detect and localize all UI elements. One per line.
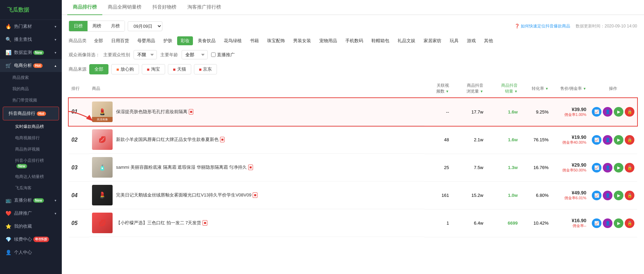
gender-select[interactable]: 不限 男 女 [134,50,157,59]
video-btn[interactable]: ▶ [614,107,623,117]
live-promote-checkbox-label[interactable]: 直播推广 [211,52,235,58]
trend-btn[interactable]: 📈 [592,218,601,228]
product-name[interactable]: 【小柠檬严选】三色口红 拍一发二 7天发货 ■ [116,220,207,226]
sidebar-item-live-analysis[interactable]: 📺 直播分析 New ▾ [0,194,62,207]
sidebar-item-ecommerce-kol[interactable]: 电商达人销量榜 [0,171,62,182]
cat-btn-home[interactable]: 家居家纺 [420,36,445,45]
sidebar-item-personal-center[interactable]: 👤 个人中心 [0,246,62,259]
cat-btn-clothing[interactable]: 男装女装 [290,36,314,45]
category-label: 商品品类 [69,38,87,44]
trend-btn[interactable]: 📈 [592,107,601,117]
col-related-videos[interactable]: 关联视频数 [424,79,452,98]
trend-btn[interactable]: 📈 [592,191,601,200]
product-image[interactable]: 💋 [92,213,113,233]
sidebar-item-data-monitor[interactable]: 📊 数据监测 New ▾ [0,46,62,59]
cell-conversion: 76.15% [520,126,551,154]
source-btn-all[interactable]: 全部 [89,64,108,74]
cat-btn-games[interactable]: 游戏 [463,36,479,45]
video-btn[interactable]: ▶ [614,163,623,172]
tab-all-channel-sales[interactable]: 商品全网销量榜 [102,0,147,15]
sidebar-item-product-review[interactable]: 商品热评视频 [0,144,62,155]
sidebar-item-hot-cargo[interactable]: 热门带货视频 [0,95,62,106]
source-btn-taobao[interactable]: ■ 淘宝 [142,64,165,74]
cat-btn-all[interactable]: 全部 [91,36,106,45]
cat-btn-toys[interactable]: 玩具 [446,36,462,45]
age-select[interactable]: 全部 18-24 25-30 31-40 41+ [182,50,208,59]
col-tiktok-sales[interactable]: 商品抖音销量 [486,79,520,98]
tab-taobao-promotion[interactable]: 淘客推广排行榜 [182,0,227,15]
new-badge: New [33,50,44,55]
trend-btn[interactable]: 📈 [592,135,601,145]
lock-btn[interactable]: 🔒 [625,191,634,200]
cat-btn-shoes[interactable]: 鞋帽箱包 [368,36,393,45]
product-image[interactable]: 💋 [92,129,113,150]
table-row: 03🧴sammi 美丽容颜粉底液 隔离霜 遮瑕保湿 华丽隐形隔离霜 匀净持久 ■… [69,154,637,181]
video-btn[interactable]: ▶ [614,191,623,200]
lock-btn[interactable]: 🔒 [625,218,634,228]
live-promote-checkbox[interactable] [211,52,216,57]
product-image[interactable]: 💄高清画像 [92,102,113,122]
sidebar-item-douyin-shop[interactable]: 抖音小店排行榜 New [0,155,62,171]
sidebar-item-streamer-search[interactable]: 🔍 播主查找 ▾ [0,33,62,46]
sidebar-item-realtime-explode[interactable]: 实时爆款商品榜 [0,121,62,132]
date-select[interactable]: 09月09日 [128,21,162,31]
sidebar-item-brand-promotion[interactable]: ❤️ 品牌推广 ▾ [0,207,62,220]
cat-btn-daily[interactable]: 日用百货 [108,36,133,45]
period-btn-week[interactable]: 周榜 [88,21,106,31]
info-link[interactable]: ❓ 如何快速定位抖音爆款商品 [515,23,570,29]
lock-btn[interactable]: 🔒 [625,135,634,145]
tab-bar: 商品排行榜 商品全网销量榜 抖音好物榜 淘客推广排行榜 [62,0,644,15]
user-btn[interactable]: 👤 [603,218,612,228]
fangxingou-icon: ■ [116,67,119,72]
cat-btn-skincare[interactable]: 护肤 [160,36,176,45]
sidebar-item-product-search[interactable]: 商品搜索 [0,72,62,83]
product-name[interactable]: 保湿提亮肤色隐形毛孔打底妆前隔离 ■ [116,109,193,115]
sidebar-item-my-products[interactable]: 我的商品 [0,83,62,95]
tab-product-ranking[interactable]: 商品排行榜 [67,0,102,15]
source-btn-tmall[interactable]: ■ 天猫 [168,64,191,74]
video-btn[interactable]: ▶ [614,135,623,145]
sidebar-item-douyin-ranking[interactable]: 抖音商品排行 Hot [3,107,59,120]
lock-btn[interactable]: 🔒 [625,107,634,117]
cat-btn-jewelry[interactable]: 珠宝配饰 [264,36,288,45]
product-name[interactable]: 完美日记天鹅绒金丝绒唇釉女雾面哑光口红V13持久平价学生V08V09 ■ [116,192,257,198]
cat-btn-food[interactable]: 美食饮品 [194,36,219,45]
source-btn-fangxingou[interactable]: ■ 放心购 [111,64,139,74]
product-image[interactable]: 🧴 [92,157,113,178]
sidebar-item-hot-materials[interactable]: 🔥 热门素材 ▾ [0,20,62,33]
cat-btn-gifts[interactable]: 礼品文娱 [394,36,419,45]
video-btn[interactable]: ▶ [614,218,623,228]
col-tiktok-views[interactable]: 商品抖音浏览量 [452,79,486,98]
period-btn-month[interactable]: 月榜 [106,21,125,31]
tab-douyin-hot[interactable]: 抖音好物榜 [147,0,182,15]
user-btn[interactable]: 👤 [603,191,612,200]
period-btn-day[interactable]: 日榜 [69,21,88,31]
sidebar-item-ecommerce-video[interactable]: 电商视频排行 [0,132,62,144]
product-image[interactable]: 💄 [92,185,113,205]
user-btn[interactable]: 👤 [603,107,612,117]
cat-btn-makeup[interactable]: 彩妆 [177,36,193,45]
cat-btn-pets[interactable]: 宠物用品 [316,36,341,45]
sidebar-item-ecommerce-analysis[interactable]: 🛒 电商分析 Hot ▴ [0,59,62,72]
cat-btn-plants[interactable]: 花鸟绿植 [220,36,245,45]
sidebar-item-my-collection[interactable]: ⭐ 我的收藏 [0,220,62,233]
user-btn[interactable]: 👤 [603,135,612,145]
source-btn-jd[interactable]: ■ 京东 [194,64,217,74]
lock-btn[interactable]: 🔒 [625,163,634,172]
sidebar-item-benefits-center[interactable]: 💎 续费中心 年付6折 [0,233,62,246]
sidebar-logo: 飞瓜数据 [0,0,62,20]
cell-related-videos: 25 [424,154,452,181]
cell-rank: 02 [69,126,89,154]
product-name[interactable]: sammi 美丽容颜粉底液 隔离霜 遮瑕保湿 华丽隐形隔离霜 匀净持久 ■ [116,164,253,170]
sidebar-item-feigua-taobao[interactable]: 飞瓜淘客 [0,182,62,194]
trend-btn[interactable]: 📈 [592,163,601,172]
product-name[interactable]: 新款小羊皮国风唇膏口红大牌正品女学生款春夏新色 ■ [116,136,225,143]
col-price[interactable]: 售价/佣金率 [551,79,589,98]
cat-btn-electronics[interactable]: 手机数码 [342,36,367,45]
user-btn[interactable]: 👤 [603,163,612,172]
cat-btn-baby[interactable]: 母婴用品 [134,36,159,45]
cat-btn-other[interactable]: 其他 [481,36,496,45]
col-conversion[interactable]: 转化率 [520,79,551,98]
cat-btn-books[interactable]: 书籍 [246,36,262,45]
cell-tiktok-sales: 1.6w [486,98,520,126]
